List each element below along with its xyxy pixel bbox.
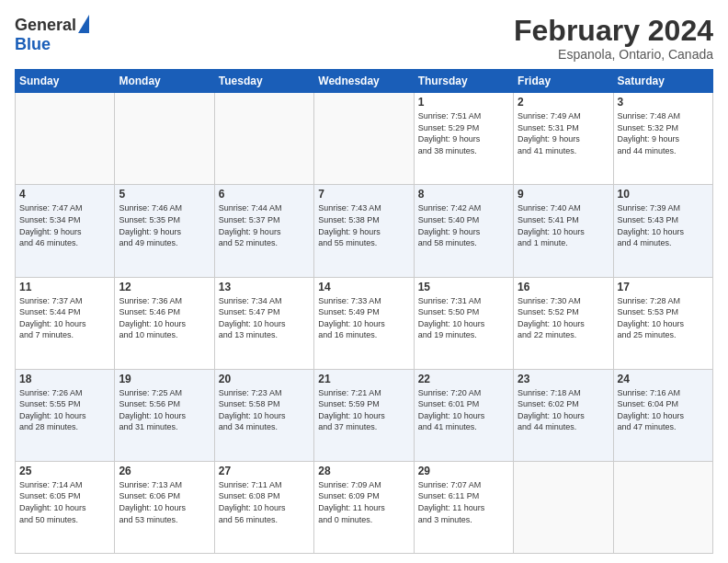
calendar-cell: 2Sunrise: 7:49 AM Sunset: 5:31 PM Daylig… — [514, 93, 613, 185]
day-number: 24 — [618, 373, 709, 385]
day-info: Sunrise: 7:13 AM Sunset: 6:06 PM Dayligh… — [119, 479, 210, 525]
day-number: 11 — [19, 281, 110, 293]
calendar-table: SundayMondayTuesdayWednesdayThursdayFrid… — [15, 69, 713, 554]
calendar-week-row: 18Sunrise: 7:26 AM Sunset: 5:55 PM Dayli… — [16, 369, 713, 461]
day-info: Sunrise: 7:11 AM Sunset: 6:08 PM Dayligh… — [219, 479, 310, 525]
calendar-cell: 8Sunrise: 7:42 AM Sunset: 5:40 PM Daylig… — [414, 185, 513, 277]
month-title: February 2024 — [514, 15, 713, 47]
day-info: Sunrise: 7:51 AM Sunset: 5:29 PM Dayligh… — [418, 110, 509, 156]
day-info: Sunrise: 7:28 AM Sunset: 5:53 PM Dayligh… — [618, 295, 709, 341]
calendar-cell: 6Sunrise: 7:44 AM Sunset: 5:37 PM Daylig… — [214, 185, 313, 277]
day-number: 15 — [418, 281, 509, 293]
day-info: Sunrise: 7:14 AM Sunset: 6:05 PM Dayligh… — [19, 479, 110, 525]
calendar-cell: 23Sunrise: 7:18 AM Sunset: 6:02 PM Dayli… — [514, 369, 613, 461]
logo-blue: Blue — [15, 35, 51, 54]
day-info: Sunrise: 7:42 AM Sunset: 5:40 PM Dayligh… — [418, 202, 509, 248]
calendar-cell: 24Sunrise: 7:16 AM Sunset: 6:04 PM Dayli… — [613, 369, 712, 461]
day-info: Sunrise: 7:31 AM Sunset: 5:50 PM Dayligh… — [418, 295, 509, 341]
calendar-week-row: 4Sunrise: 7:47 AM Sunset: 5:34 PM Daylig… — [16, 185, 713, 277]
calendar-day-header-wednesday: Wednesday — [314, 70, 414, 93]
day-info: Sunrise: 7:25 AM Sunset: 5:56 PM Dayligh… — [119, 387, 210, 433]
day-info: Sunrise: 7:18 AM Sunset: 6:02 PM Dayligh… — [518, 387, 609, 433]
day-info: Sunrise: 7:46 AM Sunset: 5:35 PM Dayligh… — [119, 202, 210, 248]
calendar-cell: 7Sunrise: 7:43 AM Sunset: 5:38 PM Daylig… — [314, 185, 414, 277]
calendar-week-row: 25Sunrise: 7:14 AM Sunset: 6:05 PM Dayli… — [16, 461, 713, 553]
day-number: 13 — [219, 281, 310, 293]
day-number: 5 — [119, 188, 210, 201]
day-number: 25 — [19, 465, 110, 477]
calendar-cell: 3Sunrise: 7:48 AM Sunset: 5:32 PM Daylig… — [613, 93, 712, 185]
day-number: 19 — [119, 373, 210, 385]
calendar-cell: 29Sunrise: 7:07 AM Sunset: 6:11 PM Dayli… — [414, 461, 513, 553]
calendar-header-row: SundayMondayTuesdayWednesdayThursdayFrid… — [16, 70, 713, 93]
calendar-cell — [514, 461, 613, 553]
day-number: 10 — [618, 188, 709, 201]
calendar-day-header-monday: Monday — [115, 70, 214, 93]
day-number: 23 — [518, 373, 609, 385]
day-number: 21 — [318, 373, 409, 385]
day-number: 1 — [418, 96, 509, 109]
calendar-cell — [214, 93, 313, 185]
day-number: 20 — [219, 373, 310, 385]
calendar-cell: 22Sunrise: 7:20 AM Sunset: 6:01 PM Dayli… — [414, 369, 513, 461]
day-number: 4 — [19, 188, 110, 201]
day-info: Sunrise: 7:47 AM Sunset: 5:34 PM Dayligh… — [19, 202, 110, 248]
calendar-cell — [613, 461, 712, 553]
day-number: 8 — [418, 188, 509, 201]
day-info: Sunrise: 7:36 AM Sunset: 5:46 PM Dayligh… — [119, 295, 210, 341]
day-number: 28 — [318, 465, 409, 477]
day-info: Sunrise: 7:23 AM Sunset: 5:58 PM Dayligh… — [219, 387, 310, 433]
calendar-cell: 27Sunrise: 7:11 AM Sunset: 6:08 PM Dayli… — [214, 461, 313, 553]
logo-triangle-icon — [78, 15, 89, 33]
location: Espanola, Ontario, Canada — [514, 47, 713, 62]
day-number: 18 — [19, 373, 110, 385]
day-number: 26 — [119, 465, 210, 477]
calendar-cell: 26Sunrise: 7:13 AM Sunset: 6:06 PM Dayli… — [115, 461, 214, 553]
day-info: Sunrise: 7:48 AM Sunset: 5:32 PM Dayligh… — [618, 110, 709, 156]
calendar-cell: 4Sunrise: 7:47 AM Sunset: 5:34 PM Daylig… — [16, 185, 115, 277]
logo-text: General — [15, 15, 89, 35]
page: General Blue February 2024 Espanola, Ont… — [0, 0, 728, 563]
day-info: Sunrise: 7:44 AM Sunset: 5:37 PM Dayligh… — [219, 202, 310, 248]
day-info: Sunrise: 7:16 AM Sunset: 6:04 PM Dayligh… — [618, 387, 709, 433]
calendar-cell: 13Sunrise: 7:34 AM Sunset: 5:47 PM Dayli… — [214, 277, 313, 369]
calendar-day-header-friday: Friday — [514, 70, 613, 93]
day-info: Sunrise: 7:33 AM Sunset: 5:49 PM Dayligh… — [318, 295, 409, 341]
calendar-day-header-sunday: Sunday — [16, 70, 115, 93]
day-info: Sunrise: 7:09 AM Sunset: 6:09 PM Dayligh… — [318, 479, 409, 525]
day-number: 27 — [219, 465, 310, 477]
day-number: 9 — [518, 188, 609, 201]
calendar-cell: 18Sunrise: 7:26 AM Sunset: 5:55 PM Dayli… — [16, 369, 115, 461]
day-info: Sunrise: 7:20 AM Sunset: 6:01 PM Dayligh… — [418, 387, 509, 433]
calendar-day-header-saturday: Saturday — [613, 70, 712, 93]
logo-general: General — [15, 16, 76, 35]
day-number: 17 — [618, 281, 709, 293]
day-number: 6 — [219, 188, 310, 201]
day-info: Sunrise: 7:30 AM Sunset: 5:52 PM Dayligh… — [518, 295, 609, 341]
day-number: 2 — [518, 96, 609, 109]
calendar-cell: 20Sunrise: 7:23 AM Sunset: 5:58 PM Dayli… — [214, 369, 313, 461]
calendar-cell — [16, 93, 115, 185]
header-right: February 2024 Espanola, Ontario, Canada — [514, 15, 713, 62]
calendar-cell: 5Sunrise: 7:46 AM Sunset: 5:35 PM Daylig… — [115, 185, 214, 277]
calendar-cell: 9Sunrise: 7:40 AM Sunset: 5:41 PM Daylig… — [514, 185, 613, 277]
calendar-cell: 10Sunrise: 7:39 AM Sunset: 5:43 PM Dayli… — [613, 185, 712, 277]
day-number: 29 — [418, 465, 509, 477]
day-number: 16 — [518, 281, 609, 293]
calendar-cell — [115, 93, 214, 185]
calendar-cell — [314, 93, 414, 185]
header: General Blue February 2024 Espanola, Ont… — [15, 15, 713, 62]
calendar-cell: 14Sunrise: 7:33 AM Sunset: 5:49 PM Dayli… — [314, 277, 414, 369]
calendar-day-header-thursday: Thursday — [414, 70, 513, 93]
day-info: Sunrise: 7:21 AM Sunset: 5:59 PM Dayligh… — [318, 387, 409, 433]
calendar-cell: 19Sunrise: 7:25 AM Sunset: 5:56 PM Dayli… — [115, 369, 214, 461]
day-info: Sunrise: 7:26 AM Sunset: 5:55 PM Dayligh… — [19, 387, 110, 433]
day-info: Sunrise: 7:43 AM Sunset: 5:38 PM Dayligh… — [318, 202, 409, 248]
calendar-cell: 15Sunrise: 7:31 AM Sunset: 5:50 PM Dayli… — [414, 277, 513, 369]
day-info: Sunrise: 7:49 AM Sunset: 5:31 PM Dayligh… — [518, 110, 609, 156]
calendar-day-header-tuesday: Tuesday — [214, 70, 313, 93]
calendar-cell: 21Sunrise: 7:21 AM Sunset: 5:59 PM Dayli… — [314, 369, 414, 461]
day-info: Sunrise: 7:39 AM Sunset: 5:43 PM Dayligh… — [618, 202, 709, 248]
day-number: 3 — [618, 96, 709, 109]
calendar-cell: 12Sunrise: 7:36 AM Sunset: 5:46 PM Dayli… — [115, 277, 214, 369]
